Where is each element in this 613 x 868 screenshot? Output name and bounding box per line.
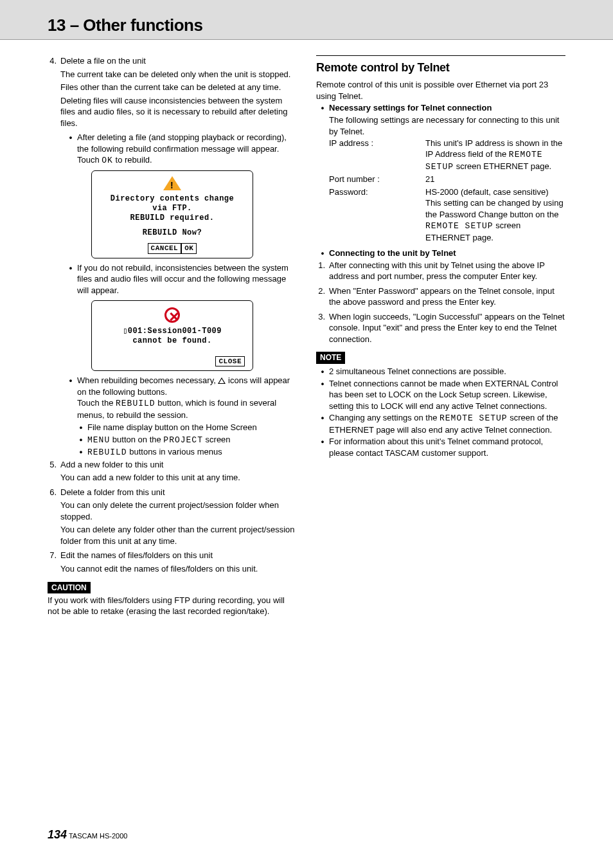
body-text: Telnet connections cannot be made when E…: [329, 378, 565, 412]
dialog-buttons: CANCELOK: [92, 243, 253, 254]
sub-bullet: ● After deleting a file (and stopping pl…: [64, 132, 297, 167]
product-name: TASCAM HS-2000: [69, 832, 128, 840]
left-column: 4. Delete a file on the unit The current…: [48, 55, 297, 617]
body-text: You can add a new folder to this unit at…: [60, 472, 297, 484]
item-number: 7.: [48, 550, 60, 576]
kv-value: 21: [425, 174, 565, 185]
page-number: 134: [48, 828, 67, 841]
dialog-buttons: CLOSE: [92, 356, 253, 367]
bullet-icon: ●: [64, 375, 77, 420]
caution-text: If you work with files/folders using FTP…: [48, 595, 297, 617]
kv-value: HS-2000 (default, case sensitive) This s…: [425, 186, 565, 244]
page-header: 13 – Other functions: [0, 0, 613, 40]
content: 4. Delete a file on the unit The current…: [0, 55, 613, 617]
bullet-icon: ●: [75, 422, 87, 433]
sub-sub-bullet: ● MENU button on the PROJECT screen: [75, 434, 297, 446]
item-title: Add a new folder to this unit: [60, 459, 297, 471]
sub-bullet: ● If you do not rebuild, inconsistencies…: [64, 262, 297, 296]
bullet-icon: ●: [316, 412, 329, 435]
item-number: 4.: [48, 55, 60, 131]
right-column: Remote control by Telnet Remote control …: [316, 55, 565, 617]
body-text: You can only delete the current project/…: [60, 500, 297, 522]
warning-icon: [163, 176, 181, 190]
footer: 134 TASCAM HS-2000: [48, 827, 127, 842]
sub-sub-bullet: ● REBUILD buttons in various menus: [75, 446, 297, 458]
item-number: 1.: [316, 260, 329, 284]
note-bullet: ● 2 simultaneous Telnet connections are …: [316, 366, 565, 377]
chapter-title: 13 – Other functions: [48, 14, 613, 37]
body-text: The current take can be deleted only whe…: [60, 69, 297, 80]
item-number: 2.: [316, 285, 329, 310]
dialog-text: REBUILD Now?: [92, 228, 253, 238]
bullet-icon: ●: [75, 446, 87, 458]
list-item-7: 7. Edit the names of files/folders on th…: [48, 550, 297, 576]
topic-title: Connecting to the unit by Telnet: [329, 248, 565, 259]
body-text: When "Enter Password" appears on the Tel…: [329, 285, 565, 308]
section-title: Remote control by Telnet: [316, 55, 565, 75]
topic-title: Necessary settings for Telnet connection: [329, 102, 565, 114]
dialog-text: cannot be found.: [92, 336, 253, 346]
body-text: 2 simultaneous Telnet connections are po…: [329, 366, 565, 377]
body-text: REBUILD buttons in various menus: [87, 446, 297, 458]
item-title: Edit the names of files/folders on this …: [60, 550, 297, 561]
bullet-icon: ●: [75, 434, 87, 446]
kv-row: Port number : 21: [329, 174, 565, 185]
body-text: You cannot edit the names of files/folde…: [60, 563, 297, 575]
step-3: 3. When login succeeds, "Login Successfu…: [316, 311, 565, 347]
kv-row: Password: HS-2000 (default, case sensiti…: [329, 186, 565, 244]
bullet-icon: ●: [316, 436, 329, 458]
list-item-6: 6. Delete a folder from this unit You ca…: [48, 487, 297, 549]
item-number: 6.: [48, 487, 60, 549]
cancel-button[interactable]: CANCEL: [148, 243, 182, 254]
body-text: If you do not rebuild, inconsistencies b…: [77, 262, 297, 296]
bullet-icon: ●: [316, 366, 329, 377]
body-text: Remote control of this unit is possible …: [316, 79, 565, 102]
rebuild-dialog: Directory contents change via FTP. REBUI…: [91, 170, 253, 258]
item-number: 5.: [48, 459, 60, 485]
error-dialog: ▯001:Session001-T009 cannot be found. CL…: [91, 300, 253, 372]
kv-value: This unit's IP address is shown in the I…: [425, 138, 565, 173]
item-title: Delete a folder from this unit: [60, 487, 297, 498]
list-item-4: 4. Delete a file on the unit The current…: [48, 55, 297, 131]
ok-button[interactable]: OK: [181, 243, 197, 254]
body-text: Deleting files will cause inconsistencie…: [60, 95, 297, 129]
body-text: The following settings are necessary for…: [329, 114, 565, 137]
bullet-icon: ●: [316, 378, 329, 412]
item-number: 3.: [316, 311, 329, 347]
topic-bullet: ● Necessary settings for Telnet connecti…: [316, 102, 565, 114]
body-text: You can delete any folder other than the…: [60, 524, 297, 547]
note-label: NOTE: [316, 352, 345, 363]
body-text: For information about this unit's Telnet…: [329, 436, 565, 458]
step-1: 1. After connecting with this unit by Te…: [316, 260, 565, 284]
kv-key: Port number :: [329, 174, 425, 185]
close-button[interactable]: CLOSE: [215, 356, 245, 367]
kv-key: Password:: [329, 186, 425, 244]
step-2: 2. When "Enter Password" appears on the …: [316, 285, 565, 310]
dialog-text: via FTP.: [92, 204, 253, 213]
dialog-text: Directory contents change: [92, 194, 253, 204]
sub-bullet: ● When rebuilding becomes necessary, ico…: [64, 375, 297, 420]
topic-bullet: ● Connecting to the unit by Telnet: [316, 248, 565, 259]
bullet-icon: ●: [316, 248, 329, 259]
bullet-icon: ●: [64, 132, 77, 167]
body-text: After deleting a file (and stopping play…: [77, 132, 297, 167]
note-bullet: ● Telnet connections cannot be made when…: [316, 378, 565, 412]
body-text: After connecting with this unit by Telne…: [329, 260, 565, 282]
body-text: MENU button on the PROJECT screen: [87, 434, 297, 446]
body-text: Changing any settings on the REMOTE SETU…: [329, 412, 565, 435]
error-icon: [164, 307, 180, 323]
bullet-icon: ●: [64, 262, 77, 296]
body-text: File name display button on the Home Scr…: [87, 422, 297, 433]
body-text: When login succeeds, "Login Successful" …: [329, 311, 565, 345]
body-text: When rebuilding becomes necessary, icons…: [77, 375, 297, 420]
list-item-5: 5. Add a new folder to this unit You can…: [48, 459, 297, 485]
bullet-icon: ●: [316, 102, 329, 114]
caution-label: CAUTION: [48, 582, 91, 593]
dialog-text: REBUILD required.: [92, 213, 253, 223]
sub-sub-bullet: ● File name display button on the Home S…: [75, 422, 297, 433]
dialog-text: ▯001:Session001-T009: [92, 327, 253, 336]
item-title: Delete a file on the unit: [60, 55, 297, 67]
kv-key: IP address :: [329, 138, 425, 173]
note-bullet: ● For information about this unit's Teln…: [316, 436, 565, 458]
kv-row: IP address : This unit's IP address is s…: [329, 138, 565, 173]
